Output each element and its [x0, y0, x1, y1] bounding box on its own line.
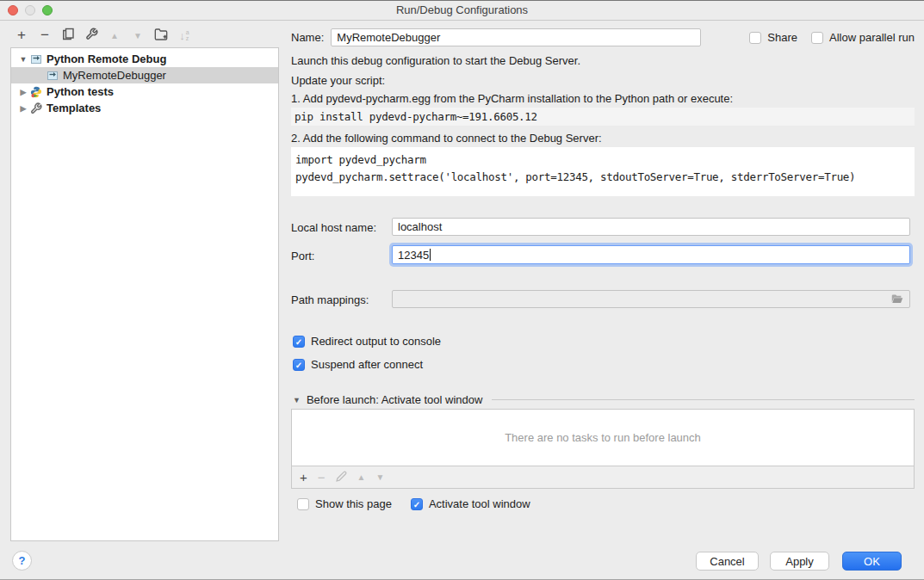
local-host-input[interactable] — [392, 218, 910, 236]
ok-button[interactable]: OK — [842, 552, 902, 571]
allow-parallel-run-label: Allow parallel run — [829, 31, 915, 44]
pencil-icon — [336, 471, 347, 482]
ok-label: OK — [864, 555, 880, 568]
tree-item-label: Python tests — [47, 85, 114, 98]
add-task-button[interactable]: + — [300, 470, 307, 485]
edit-defaults-button[interactable] — [84, 27, 99, 44]
redirect-output-row: ✓ Redirect output to console — [293, 335, 441, 348]
suspend-after-connect-row: ✓ Suspend after connect — [293, 358, 423, 371]
tree-item-templates[interactable]: ▶ Templates — [11, 100, 278, 116]
settrace-code-block: import pydevd_pycharmpydevd_pycharm.sett… — [291, 147, 915, 196]
zoom-window-button[interactable] — [42, 5, 53, 15]
before-launch-task-list[interactable]: There are no tasks to run before launch — [291, 409, 915, 466]
question-mark-icon: ? — [19, 554, 26, 567]
move-task-up-button[interactable]: ▲ — [357, 472, 366, 482]
show-this-page-checkbox[interactable] — [297, 498, 309, 510]
python-tests-icon — [30, 86, 42, 98]
cancel-button[interactable]: Cancel — [696, 552, 759, 571]
task-list-toolbar: + − ▲ ▼ — [291, 466, 915, 489]
suspend-after-connect-label: Suspend after connect — [311, 358, 423, 371]
run-debug-configurations-dialog: Run/Debug Configurations + − ▲ — [0, 0, 924, 580]
text-caret — [430, 249, 431, 261]
create-folder-button[interactable] — [153, 27, 169, 44]
redirect-output-label: Redirect output to console — [311, 335, 441, 348]
pip-command-code: pip install pydevd-pycharm~=191.6605.12 — [291, 108, 915, 126]
wrench-icon — [85, 28, 98, 43]
show-this-page-label: Show this page — [315, 497, 392, 510]
name-input[interactable] — [331, 28, 701, 46]
move-task-down-button[interactable]: ▼ — [375, 472, 384, 482]
code-line-1: import pydevd_pycharm — [295, 153, 426, 166]
name-label: Name: — [291, 31, 324, 44]
code-line-2: pydevd_pycharm.settrace('localhost', por… — [295, 170, 855, 183]
before-launch-title: Before launch: Activate tool window — [307, 393, 483, 406]
apply-button[interactable]: Apply — [770, 552, 829, 571]
configurations-toolbar: + − ▲ ▼ — [14, 26, 192, 45]
allow-parallel-run-row: Allow parallel run — [811, 31, 915, 44]
share-checkbox-row: Share — [749, 31, 797, 44]
port-label: Port: — [291, 250, 314, 262]
remove-configuration-button[interactable]: − — [37, 27, 53, 44]
plus-icon: + — [17, 28, 26, 43]
arrow-down-icon: ▼ — [133, 31, 142, 40]
sort-az-icon: ↓ az — [179, 29, 189, 42]
wrench-icon — [30, 102, 42, 114]
path-mappings-label: Path mappings: — [291, 293, 369, 306]
tree-item-python-tests[interactable]: ▶ Python tests — [11, 83, 278, 100]
check-icon: ✓ — [295, 337, 302, 347]
remove-task-button[interactable]: − — [318, 470, 326, 485]
port-value: 12345 — [398, 249, 429, 262]
browse-path-mappings-button[interactable] — [890, 293, 904, 305]
cancel-label: Cancel — [710, 555, 744, 568]
tree-item-python-remote-debug[interactable]: ▼ Python Remote Debug — [11, 51, 278, 67]
port-input[interactable]: 12345 — [392, 245, 910, 264]
tree-item-label: Python Remote Debug — [47, 52, 166, 65]
activate-tool-window-label: Activate tool window — [429, 497, 530, 510]
apply-label: Apply — [785, 555, 814, 568]
tree-item-myremotedebugger[interactable]: MyRemoteDebugger — [11, 67, 278, 83]
close-window-button[interactable] — [8, 5, 18, 15]
suspend-after-connect-checkbox[interactable]: ✓ — [293, 359, 305, 371]
local-host-label: Local host name: — [291, 221, 376, 234]
name-row: Name: Share Allow parallel run — [291, 28, 915, 46]
tree-item-label: MyRemoteDebugger — [63, 69, 166, 82]
remote-debug-icon — [30, 53, 42, 65]
help-button[interactable]: ? — [12, 551, 32, 571]
redirect-output-checkbox[interactable]: ✓ — [293, 336, 305, 348]
empty-tasks-message: There are no tasks to run before launch — [505, 431, 701, 444]
folder-icon — [890, 293, 904, 305]
move-down-button[interactable]: ▼ — [130, 27, 146, 44]
remote-debug-icon — [47, 70, 59, 82]
share-checkbox[interactable] — [749, 32, 761, 44]
minimize-window-button — [25, 5, 35, 15]
check-icon: ✓ — [413, 500, 420, 509]
before-launch-header[interactable]: ▼ Before launch: Activate tool window — [293, 393, 915, 406]
step2-text: 2. Add the following command to connect … — [291, 132, 602, 145]
update-script-text: Update your script: — [291, 74, 385, 87]
copy-configuration-button[interactable] — [60, 27, 76, 44]
chevron-right-icon[interactable]: ▶ — [16, 104, 30, 113]
page-options-row: Show this page ✓ Activate tool window — [297, 497, 530, 510]
path-mappings-input[interactable] — [392, 290, 910, 308]
sort-configurations-button[interactable]: ↓ az — [177, 27, 192, 44]
configurations-tree: ▼ Python Remote Debug MyRemoteDebugger — [10, 47, 279, 541]
share-label: Share — [767, 31, 797, 44]
chevron-right-icon[interactable]: ▶ — [16, 88, 30, 96]
new-folder-icon — [154, 28, 168, 44]
activate-tool-window-checkbox[interactable]: ✓ — [411, 498, 423, 510]
header-divider — [492, 399, 915, 400]
arrow-up-icon: ▲ — [110, 31, 119, 40]
add-configuration-button[interactable]: + — [14, 27, 29, 44]
window-title: Run/Debug Configurations — [396, 3, 528, 16]
title-bar: Run/Debug Configurations — [0, 1, 924, 21]
move-up-button[interactable]: ▲ — [107, 27, 122, 44]
edit-task-button[interactable] — [336, 471, 347, 484]
check-icon: ✓ — [295, 361, 302, 370]
chevron-down-icon[interactable]: ▼ — [16, 55, 30, 64]
copy-icon — [62, 28, 75, 43]
collapse-icon: ▼ — [293, 396, 301, 404]
allow-parallel-run-checkbox[interactable] — [811, 32, 823, 44]
minus-icon: − — [40, 28, 49, 43]
tree-item-label: Templates — [47, 102, 101, 114]
step1-text: 1. Add pydevd-pycharm.egg from the PyCha… — [291, 92, 733, 105]
